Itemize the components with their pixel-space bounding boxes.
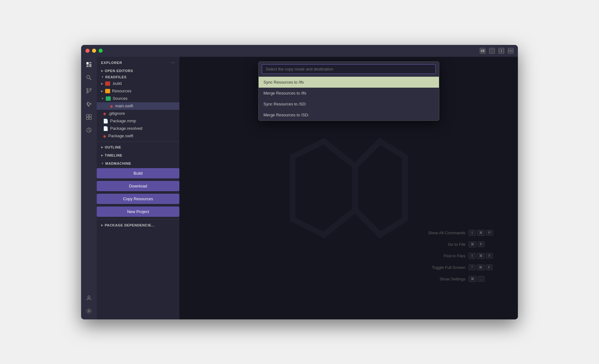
split-editor-icon[interactable] [499,48,504,54]
sidebar: EXPLORER ··· ▶ OPEN EDITORS ▼ READFILES … [97,57,179,319]
editor-layout-icon[interactable] [489,48,495,54]
command-item-1[interactable]: Merge Resources to /lfs [259,88,439,99]
command-item-3[interactable]: Merge Resources to /SD: [259,109,439,120]
madmachine-chevron: ▼ [101,162,104,165]
activity-search[interactable] [84,72,94,83]
build-label: .build [112,81,122,86]
app-window: EXPLORER ··· ▶ OPEN EDITORS ▼ READFILES … [81,45,518,319]
madmachine-section: ▼ MADMACHINE Build Download Copy Resourc… [97,159,179,218]
activity-account[interactable] [84,293,94,303]
svg-rect-5 [502,49,504,52]
package-dep-chevron: ▶ [101,224,104,227]
close-button[interactable] [85,49,90,53]
svg-point-30 [88,310,90,312]
package-resolved-label: Package.resolved [110,126,142,131]
editor-area: Show All Commands ⇧ ⌘ P Go to File ⌘ P F [179,57,518,319]
svg-rect-6 [509,49,510,51]
sidebar-divider-1 [97,142,179,142]
activity-settings[interactable] [84,306,94,316]
command-palette: Sync Resources to /lfs Merge Resources t… [258,61,439,121]
svg-rect-8 [509,51,510,52]
activity-extensions[interactable] [84,112,94,122]
command-input-wrapper [259,62,439,77]
readfiles-header[interactable]: ▼ READFILES [97,74,179,80]
new-project-button[interactable]: New Project [97,206,179,217]
readfiles-section: ▼ READFILES ▶ .build ▶ Resources ▼ [97,74,179,140]
sidebar-divider-2 [97,219,179,220]
sidebar-more-button[interactable]: ··· [171,60,175,66]
resources-label: Resources [112,89,131,93]
open-editors-label: OPEN EDITORS [105,69,133,73]
madmachine-header[interactable]: ▼ MADMACHINE [97,161,179,166]
title-bar-icons [480,48,514,54]
build-button[interactable]: Build [97,168,179,178]
resources-folder-icon [105,89,110,93]
mm-buttons: Build Download Copy Resources New Projec… [97,168,179,217]
package-resolved-icon: 📄 [103,126,108,131]
open-editors-header[interactable]: ▶ OPEN EDITORS [97,68,179,74]
main-swift-label: main.swift [115,104,133,108]
package-dep-header[interactable]: ▶ PACKAGE DEPENDENCIE... [97,222,179,228]
activity-explorer[interactable] [84,59,94,70]
gitignore-icon: ◈ [103,111,106,116]
svg-rect-25 [89,114,91,117]
svg-rect-26 [86,117,89,119]
madmachine-label: MADMACHINE [105,162,131,165]
command-input[interactable] [262,64,436,74]
open-editors-section: ▶ OPEN EDITORS [97,68,179,74]
main-area: EXPLORER ··· ▶ OPEN EDITORS ▼ READFILES … [81,57,518,319]
svg-rect-4 [499,49,501,52]
package-mmp-icon: 📄 [103,119,108,124]
command-list: Sync Resources to /lfs Merge Resources t… [259,77,439,120]
resources-chevron: ▶ [101,90,103,93]
svg-point-23 [88,105,90,107]
tree-item-gitignore[interactable]: ◈ .gitignore [97,110,179,117]
outline-chevron: ▶ [101,146,104,149]
open-editors-chevron: ▶ [101,69,104,72]
readfiles-chevron: ▼ [101,75,104,79]
build-folder-icon [105,81,110,86]
svg-point-29 [88,296,90,298]
tree-item-package-mmp[interactable]: 📄 Package.mmp [97,117,179,125]
tree-item-resources[interactable]: ▶ Resources [97,87,179,95]
command-item-2[interactable]: Sync Resources to /SD: [259,99,439,109]
traffic-lights [85,49,103,53]
more-layout-icon[interactable] [508,48,514,54]
download-button[interactable]: Download [97,181,179,191]
svg-rect-1 [482,49,485,52]
svg-rect-11 [89,62,91,63]
copy-resources-button[interactable]: Copy Resources [97,194,179,204]
activity-run-debug[interactable] [84,99,94,109]
tree-item-main-swift[interactable]: ◈ main.swift [97,102,179,110]
explorer-title: EXPLORER [101,61,122,65]
package-swift-icon: ◈ [103,133,106,138]
svg-point-18 [87,91,88,93]
tree-item-package-swift[interactable]: ◈ Package.swift [97,132,179,140]
tree-item-sources[interactable]: ▼ Sources [97,95,179,102]
maximize-button[interactable] [99,49,103,53]
svg-rect-0 [481,49,482,52]
svg-rect-12 [89,64,91,67]
svg-rect-24 [86,114,89,117]
minimize-button[interactable] [92,49,96,53]
outline-header[interactable]: ▶ OUTLINE [97,144,179,150]
command-palette-overlay: Sync Resources to /lfs Merge Resources t… [179,57,518,319]
tree-item-package-resolved[interactable]: 📄 Package.resolved [97,125,179,132]
sources-folder-icon [106,96,111,101]
command-item-0[interactable]: Sync Resources to /lfs [259,77,439,88]
svg-point-22 [90,103,91,104]
timeline-section: ▶ TIMELINE [97,151,179,159]
activity-bar-bottom [84,293,94,319]
sidebar-toggle-icon[interactable] [480,48,485,54]
package-dep-section: ▶ PACKAGE DEPENDENCIE... [97,221,179,230]
activity-source-control[interactable] [84,85,94,96]
svg-rect-10 [86,62,89,65]
sources-chevron: ▼ [101,97,104,100]
package-swift-label: Package.swift [108,133,133,138]
svg-rect-9 [511,51,513,52]
tree-item-build[interactable]: ▶ .build [97,80,179,87]
swift-icon: ◈ [110,104,113,109]
activity-timeline[interactable] [84,125,94,135]
timeline-header[interactable]: ▶ TIMELINE [97,153,179,158]
sources-label: Sources [113,96,128,101]
